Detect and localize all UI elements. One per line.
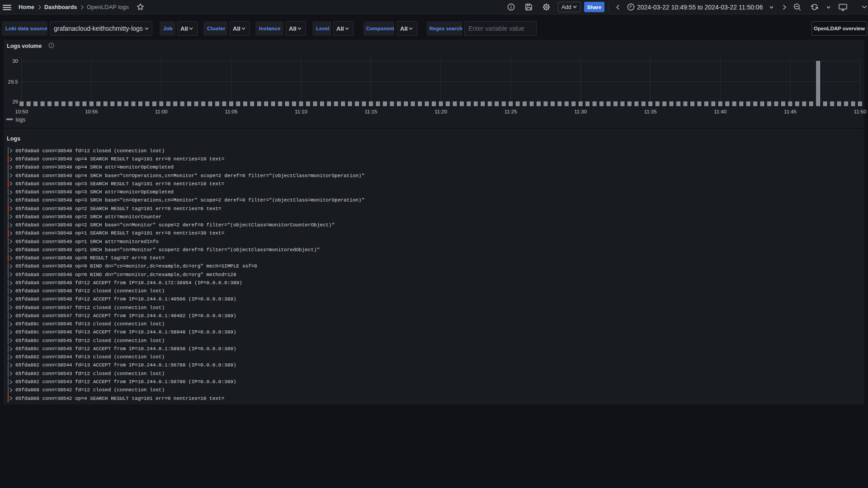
- svg-text:29: 29: [12, 99, 18, 104]
- svg-text:11:30: 11:30: [574, 109, 587, 114]
- svg-text:11:20: 11:20: [434, 109, 447, 114]
- svg-text:30: 30: [12, 58, 18, 64]
- svg-text:11:10: 11:10: [295, 109, 307, 114]
- svg-text:11:15: 11:15: [365, 109, 377, 114]
- svg-text:11:00: 11:00: [155, 109, 168, 114]
- svg-text:11:35: 11:35: [644, 109, 657, 114]
- svg-text:10:50: 10:50: [15, 109, 28, 114]
- svg-text:11:45: 11:45: [784, 109, 797, 114]
- svg-text:10:55: 10:55: [85, 109, 98, 114]
- svg-text:11:25: 11:25: [505, 109, 517, 114]
- svg-text:logs: logs: [16, 117, 26, 123]
- svg-text:11:05: 11:05: [225, 109, 237, 114]
- svg-text:29.5: 29.5: [8, 79, 18, 84]
- svg-text:11:50: 11:50: [854, 109, 866, 114]
- svg-text:11:40: 11:40: [714, 109, 726, 114]
